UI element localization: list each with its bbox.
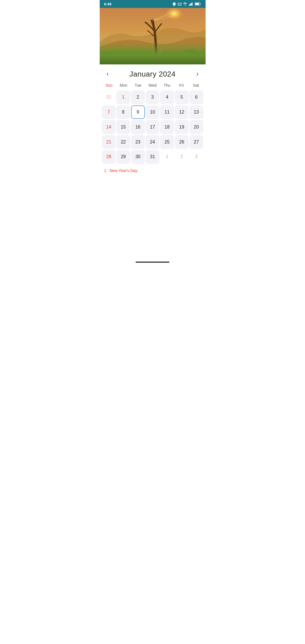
day-cell[interactable]: 28 (102, 150, 116, 164)
bottom-bar (100, 260, 206, 266)
day-cell[interactable]: 3 (189, 150, 203, 164)
day-cell[interactable]: 10 (146, 105, 160, 119)
mail-icon (178, 2, 182, 6)
header-sun: Sun (102, 81, 116, 89)
day-cell[interactable]: 18 (160, 120, 174, 134)
day-cell[interactable]: 1 (116, 90, 130, 104)
day-cell[interactable]: 26 (175, 135, 189, 149)
day-cell[interactable]: 22 (116, 135, 130, 149)
battery-icon (195, 2, 201, 6)
day-cell[interactable]: 4 (160, 90, 174, 104)
month-year-title: January 2024 (113, 70, 192, 79)
day-cell[interactable]: 16 (131, 120, 145, 134)
week-row: 28 29 30 31 1 2 3 (102, 150, 203, 164)
signal-icon (189, 2, 193, 6)
day-cell[interactable]: 27 (189, 135, 203, 149)
day-cell[interactable]: 30 (131, 150, 145, 164)
svg-point-14 (180, 50, 200, 61)
month-nav: ‹ January 2024 › (100, 64, 206, 81)
day-cell[interactable]: 2 (175, 150, 189, 164)
day-cell[interactable]: 2 (131, 90, 145, 104)
status-icons (172, 2, 201, 6)
day-cell[interactable]: 5 (175, 90, 189, 104)
day-cell[interactable]: 24 (146, 135, 160, 149)
svg-point-10 (111, 55, 122, 62)
day-cell[interactable]: 20 (189, 120, 203, 134)
day-cell[interactable]: 17 (146, 120, 160, 134)
day-cell[interactable]: 8 (116, 105, 130, 119)
day-cell[interactable]: 29 (116, 150, 130, 164)
week-row: 31 1 2 3 4 5 6 (102, 90, 203, 104)
header-sat: Sat (189, 81, 203, 89)
hero-svg (100, 8, 206, 64)
day-cell[interactable]: 15 (116, 120, 130, 134)
day-cell[interactable]: 31 (102, 90, 116, 104)
header-mon: Mon (116, 81, 131, 89)
week-row: 14 15 16 17 18 19 20 (102, 120, 203, 134)
day-cell[interactable]: 7 (102, 105, 116, 119)
day-cell[interactable]: 12 (175, 105, 189, 119)
header-wed: Wed (145, 81, 160, 89)
header-fri: Fri (174, 81, 189, 89)
day-cell-today[interactable]: 9 (131, 105, 145, 119)
shield-icon (172, 2, 176, 6)
empty-area (100, 175, 206, 260)
wifi-icon (183, 2, 188, 6)
svg-rect-1 (189, 5, 190, 6)
day-cell[interactable]: 25 (160, 135, 174, 149)
day-cell[interactable]: 3 (146, 90, 160, 104)
week-row: 7 8 9 10 11 12 13 (102, 105, 203, 119)
calendar-weeks: 31 1 2 3 4 5 6 7 8 9 10 11 12 13 14 15 1… (102, 90, 203, 164)
day-cell[interactable]: 1 (160, 150, 174, 164)
svg-point-9 (100, 52, 117, 62)
prev-month-button[interactable]: ‹ (103, 69, 113, 79)
day-cell[interactable]: 6 (189, 90, 203, 104)
home-indicator (136, 262, 169, 263)
svg-rect-3 (191, 3, 191, 6)
svg-rect-0 (178, 3, 181, 5)
hero-image (100, 8, 206, 64)
day-cell[interactable]: 23 (131, 135, 145, 149)
day-headers: Sun Mon Tue Wed Thu Fri Sat (102, 81, 203, 89)
header-tue: Tue (131, 81, 145, 89)
week-row: 21 22 23 24 25 26 27 (102, 135, 203, 149)
day-cell[interactable]: 14 (102, 120, 116, 134)
day-cell[interactable]: 11 (160, 105, 174, 119)
status-bar: 6:49 (100, 0, 206, 8)
day-cell[interactable]: 21 (102, 135, 116, 149)
next-month-button[interactable]: › (192, 69, 202, 79)
holiday-note: 1 : New Year's Day (100, 164, 206, 175)
day-cell[interactable]: 31 (146, 150, 160, 164)
time-display: 6:49 (104, 2, 112, 6)
header-thu: Thu (160, 81, 174, 89)
day-cell[interactable]: 13 (189, 105, 203, 119)
calendar-grid: Sun Mon Tue Wed Thu Fri Sat 31 1 2 3 4 5… (100, 81, 206, 164)
svg-rect-4 (192, 3, 193, 6)
day-cell[interactable]: 19 (175, 120, 189, 134)
svg-rect-6 (195, 3, 199, 5)
svg-point-15 (193, 53, 206, 61)
svg-rect-2 (190, 4, 191, 6)
